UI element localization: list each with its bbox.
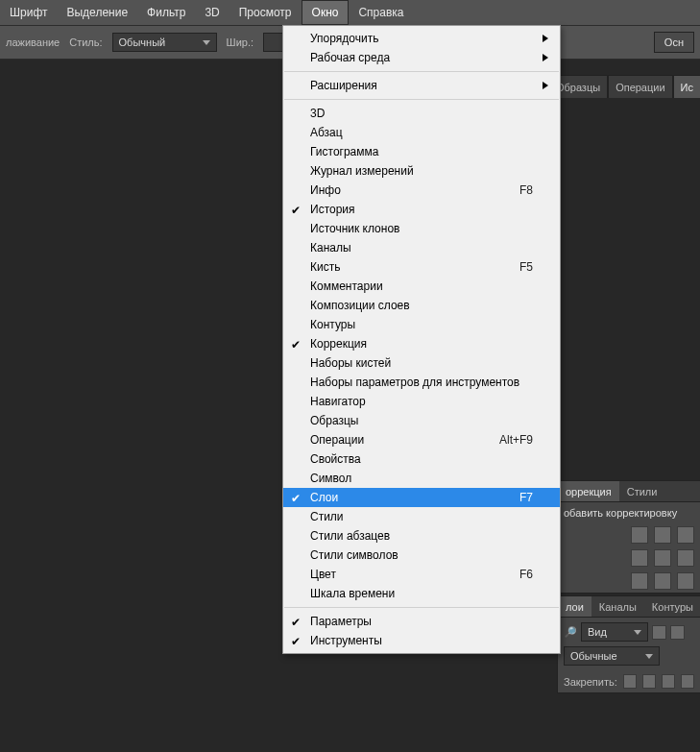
menu-item-3d[interactable]: 3D [283,104,560,123]
tab-layers[interactable]: лои [558,596,591,617]
menu-item-комментарии[interactable]: Комментарии [283,277,560,296]
adjust-bw-icon[interactable] [631,572,648,590]
menu-item-shortcut: F8 [519,183,533,197]
filter-pixel-icon[interactable] [652,625,666,640]
menu-item-label: Композиции слоев [310,299,533,312]
tab-paths[interactable]: Контуры [644,596,700,617]
menu-separator [284,99,559,100]
adjust-icons-row-2 [558,546,700,570]
menu-item-shortcut: F6 [519,568,533,581]
style-select[interactable]: Обычный [112,33,217,52]
menu-item-label: Шкала времени [310,587,533,600]
menu-item-операции[interactable]: ОперацииAlt+F9 [283,430,560,449]
check-icon: ✔ [291,492,301,505]
menu-item-упорядочить[interactable]: Упорядочить [283,29,560,48]
menu-item-shortcut: F7 [519,491,533,504]
menu-item-композиции-слоев[interactable]: Композиции слоев [283,296,560,315]
adjust-hue-icon[interactable] [677,549,694,567]
menu-item-образцы[interactable]: Образцы [283,411,560,430]
lock-pixels-icon[interactable] [642,674,656,689]
adjust-curves-icon[interactable] [677,526,694,544]
filter-adjust-icon[interactable] [670,625,685,640]
menu-item-абзац[interactable]: Абзац [283,123,560,142]
menu-item-каналы[interactable]: Каналы [283,238,560,257]
menu-item-расширения[interactable]: Расширения [283,76,560,95]
menu-item-label: Источник клонов [310,222,533,235]
menu-item-история[interactable]: ✔История [283,200,560,219]
menu-item-label: Слои [310,491,519,504]
menu-item-label: Свойства [310,452,533,466]
check-icon: ✔ [291,204,301,217]
menu-3d[interactable]: 3D [195,0,229,25]
menu-item-стили[interactable]: Стили [283,507,560,526]
adjust-photofilter-icon[interactable] [654,572,671,590]
search-icon: 🔎 [564,626,577,639]
menu-item-коррекция[interactable]: ✔Коррекция [283,334,560,353]
adjust-brightness-icon[interactable] [631,526,648,544]
lock-label: Закрепить: [564,676,617,688]
menu-item-label: Символ [310,472,533,485]
panel-adjustments: оррекция Стили обавить корректировку [557,480,700,594]
menu-select[interactable]: Выделение [57,0,137,25]
menu-item-слои[interactable]: ✔СлоиF7 [283,488,560,507]
menu-item-label: Рабочая среда [310,51,533,64]
menu-item-label: Инструменты [310,634,533,647]
check-icon: ✔ [291,635,301,648]
menu-bar: Шрифт Выделение Фильтр 3D Просмотр Окно … [0,0,700,25]
tab-styles[interactable]: Стили [619,481,665,501]
menu-filter[interactable]: Фильтр [137,0,195,25]
tab-channels[interactable]: Каналы [591,596,644,617]
menu-item-символ[interactable]: Символ [283,469,560,488]
menu-item-label: Расширения [310,79,533,92]
adjust-exposure-icon[interactable] [631,549,648,567]
menu-item-label: Каналы [310,241,533,255]
menu-item-label: Упорядочить [310,32,533,45]
menu-item-стили-абзацев[interactable]: Стили абзацев [283,526,560,546]
panel-layers: лои Каналы Контуры 🔎 Вид Обычные Закрепи… [557,595,700,693]
menu-item-инструменты[interactable]: ✔Инструменты [283,631,560,650]
menu-window[interactable]: Окно [302,0,350,25]
menu-item-свойства[interactable]: Свойства [283,449,560,469]
lock-all-icon[interactable] [681,674,694,689]
menu-view[interactable]: Просмотр [229,0,302,25]
menu-item-наборы-кистей[interactable]: Наборы кистей [283,353,560,373]
menu-item-рабочая-среда[interactable]: Рабочая среда [283,48,560,67]
lock-transparency-icon[interactable] [623,674,637,689]
menu-item-навигатор[interactable]: Навигатор [283,392,560,411]
blend-mode-value: Обычные [570,650,617,662]
adjust-icons-row-1 [558,523,700,546]
menu-item-гистограмма[interactable]: Гистограмма [283,142,560,161]
tab-actions[interactable]: Операции [608,75,672,98]
basic-button[interactable]: Осн [654,32,694,53]
menu-item-стили-символов[interactable]: Стили символов [283,546,560,565]
menu-item-наборы-параметров-для-инструментов[interactable]: Наборы параметров для инструментов [283,373,560,392]
menu-item-параметры[interactable]: ✔Параметры [283,612,560,631]
menu-item-журнал-измерений[interactable]: Журнал измерений [283,161,560,181]
menu-item-label: 3D [310,107,533,120]
menu-item-источник-клонов[interactable]: Источник клонов [283,219,560,238]
menu-item-label: Стили символов [310,548,533,562]
tab-adjustments[interactable]: оррекция [558,481,619,501]
menu-font[interactable]: Шрифт [0,0,57,25]
menu-item-цвет[interactable]: ЦветF6 [283,565,560,584]
menu-item-кисть[interactable]: КистьF5 [283,257,560,277]
style-label: Стиль: [69,36,102,48]
width-label: Шир.: [227,36,253,48]
lock-position-icon[interactable] [662,674,675,689]
menu-item-label: Стили абзацев [310,529,533,543]
blend-mode-select[interactable]: Обычные [564,646,660,666]
check-icon: ✔ [291,616,301,629]
tab-history[interactable]: Ис [673,75,700,98]
adjust-levels-icon[interactable] [654,526,671,544]
check-icon: ✔ [291,338,301,352]
menu-item-шкала-времени[interactable]: Шкала времени [283,584,560,603]
adjust-vibrance-icon[interactable] [654,549,671,567]
layer-filter-select[interactable]: Вид [581,622,648,642]
menu-item-инфо[interactable]: ИнфоF8 [283,181,560,200]
submenu-arrow-icon [543,82,548,89]
menu-help[interactable]: Справка [349,0,413,25]
menu-item-label: Наборы кистей [310,356,533,370]
adjust-channelmixer-icon[interactable] [677,572,694,590]
menu-item-label: Параметры [310,615,533,628]
menu-item-контуры[interactable]: Контуры [283,315,560,334]
